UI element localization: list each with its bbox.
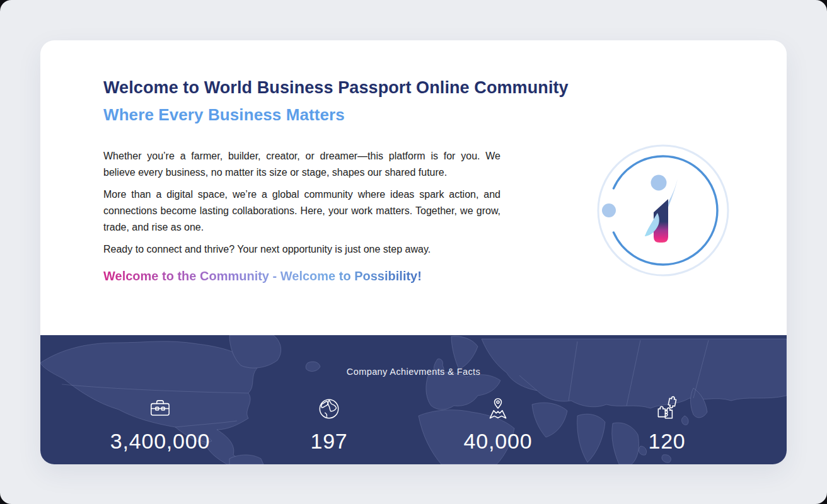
stat-countries: 197 [245,396,414,452]
page-subtitle: Where Every Business Matters [103,104,787,125]
stats-band: Company Achievments & Facts [40,335,787,464]
map-location-icon [485,396,511,422]
stats-row: 3,400,000 197 [40,396,787,452]
stat-members: 3,400,000 [76,396,245,452]
hero-section: Welcome to World Business Passport Onlin… [40,40,787,331]
welcome-tagline: Welcome to the Community - Welcome to Po… [103,268,444,284]
intro-paragraph-1: Whether you’re a farmer, builder, creato… [103,148,500,181]
stats-content: Company Achievments & Facts [40,335,787,464]
stat-partners: 120 [582,396,751,452]
hero-card: Welcome to World Business Passport Onlin… [40,40,787,464]
intro-paragraph-2: More than a digital space, we’re a globa… [103,186,500,236]
stat-value: 120 [648,430,685,452]
stat-value: 40,000 [464,430,533,452]
puzzle-icon [654,396,680,422]
stat-value: 197 [310,430,347,452]
page-title: Welcome to World Business Passport Onlin… [103,77,787,98]
community-i-logo-icon [594,141,732,280]
stat-value: 3,400,000 [110,430,210,452]
briefcase-icon [147,396,173,422]
globe-icon [316,396,342,422]
intro-copy: Whether you’re a farmer, builder, creato… [103,148,500,258]
intro-paragraph-3: Ready to connect and thrive? Your next o… [103,241,500,258]
stats-heading: Company Achievments & Facts [40,367,787,377]
stat-locations: 40,000 [414,396,582,452]
app-screen: Welcome to World Business Passport Onlin… [0,0,827,504]
